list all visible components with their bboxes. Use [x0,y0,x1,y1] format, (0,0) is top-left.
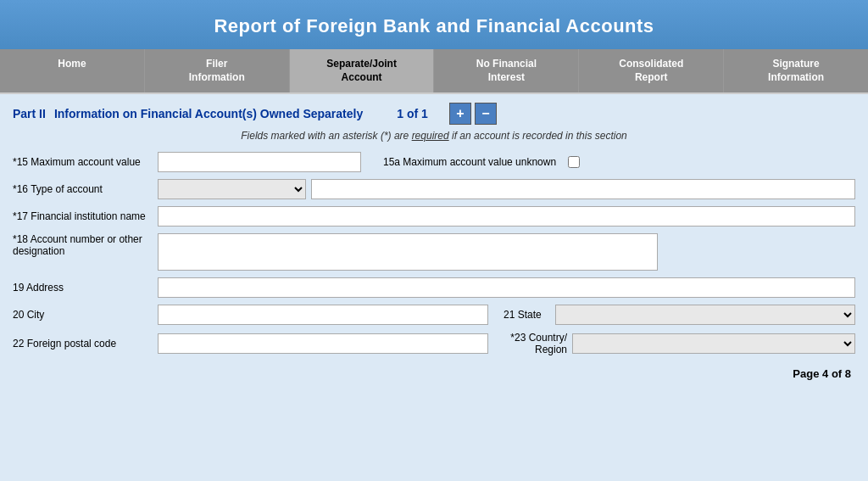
part-title: Information on Financial Account(s) Owne… [54,107,363,120]
label-18-line1: *18 Account number or other [13,233,142,245]
form-area: *15 Maximum account value 15a Maximum ac… [13,152,855,355]
nav-buttons: + − [449,103,497,125]
label-15: *15 Maximum account value [13,156,153,168]
label-21: 21 State [504,309,550,321]
page-counter: 1 of 1 [397,107,428,120]
input-17-financial-institution-name[interactable] [158,206,855,227]
label-22: 22 Foreign postal code [13,338,153,350]
tab-no-financial-interest[interactable]: No FinancialInterest [434,49,579,92]
label-20: 20 City [13,309,153,321]
label-15a: 15a Maximum account value unknown [383,156,556,168]
select-23-country-region[interactable] [572,333,855,354]
input-20-city[interactable] [158,305,488,325]
add-record-button[interactable]: + [449,103,471,125]
page-title: Report of Foreign Bank and Financial Acc… [17,15,851,37]
remove-record-button[interactable]: − [475,103,497,125]
page-number: Page 4 of 8 [13,367,855,380]
input-18-account-number[interactable] [158,233,658,271]
tab-home[interactable]: Home [0,49,145,92]
row-22-23: 22 Foreign postal code *23 Country/Regio… [13,332,855,355]
select-16-type-of-account[interactable] [158,179,306,199]
tab-consolidated-report[interactable]: ConsolidatedReport [579,49,724,92]
checkbox-15a-unknown[interactable] [568,156,580,168]
part-header: Part II Information on Financial Account… [13,103,855,125]
input-19-address[interactable] [158,277,855,298]
label-23: *23 Country/Region [504,332,567,355]
label-18: *18 Account number or other designation [13,233,153,257]
row-16: *16 Type of account [13,179,855,199]
label-17: *17 Financial institution name [13,210,153,222]
tab-signature-information[interactable]: SignatureInformation [724,49,868,92]
tab-filer-information[interactable]: FilerInformation [145,49,290,92]
row-15: *15 Maximum account value 15a Maximum ac… [13,152,855,172]
tab-separate-joint[interactable]: Separate/JointAccount [290,49,435,92]
row-19: 19 Address [13,277,855,298]
label-19: 19 Address [13,282,153,294]
main-content: Part II Information on Financial Account… [0,94,868,481]
page-header: Report of Foreign Bank and Financial Acc… [0,0,868,49]
label-16: *16 Type of account [13,183,153,195]
row-18: *18 Account number or other designation [13,233,855,271]
input-15-max-account-value[interactable] [158,152,361,172]
select-21-state[interactable] [555,305,855,325]
label-18-line2: designation [13,245,64,257]
input-22-foreign-postal-code[interactable] [158,333,488,354]
part-label: Part II [13,107,46,120]
required-notice: Fields marked with an asterisk (*) are r… [13,130,855,142]
row-20-21: 20 City 21 State [13,305,855,325]
row-17: *17 Financial institution name [13,206,855,227]
nav-tabs: Home FilerInformation Separate/JointAcco… [0,49,868,94]
input-16-account-type-detail[interactable] [311,179,855,199]
